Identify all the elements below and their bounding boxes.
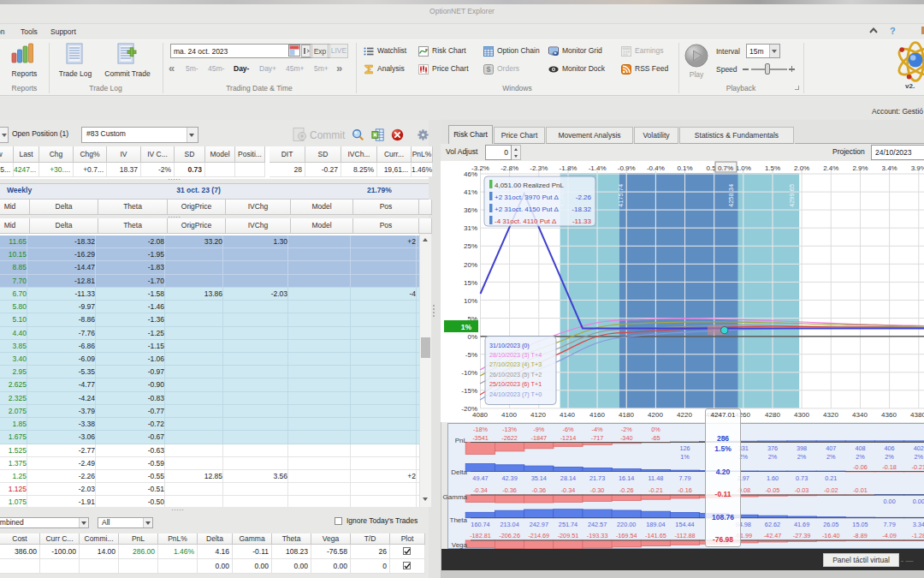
svg-text:-15%: -15% xyxy=(461,387,477,395)
svg-text:-0.36: -0.36 xyxy=(502,486,517,494)
svg-text:-18%: -18% xyxy=(473,426,489,433)
svg-text:-0.34: -0.34 xyxy=(473,486,488,494)
svg-text:-0.21: -0.21 xyxy=(649,486,663,494)
svg-text:62.62: 62.62 xyxy=(765,521,780,528)
svg-text:-0.30: -0.30 xyxy=(590,486,605,494)
svg-text:-1.8%: -1.8% xyxy=(560,164,578,172)
svg-text:$: $ xyxy=(486,65,490,74)
svg-text:25%: 25% xyxy=(464,242,477,250)
svg-text:-5%: -5% xyxy=(465,351,477,359)
svg-text:46%: 46% xyxy=(464,170,477,178)
svg-text:220.00: 220.00 xyxy=(617,521,636,528)
svg-text:-0.26: -0.26 xyxy=(619,486,634,494)
svg-text:-2622: -2622 xyxy=(501,434,518,442)
svg-text:2%: 2% xyxy=(768,453,778,461)
svg-text:-4.09: -4.09 xyxy=(882,532,897,539)
svg-text:0.7%: 0.7% xyxy=(718,164,733,172)
svg-text:1.0%: 1.0% xyxy=(736,164,751,172)
svg-text:35.14: 35.14 xyxy=(531,474,547,482)
svg-text:7.79: 7.79 xyxy=(883,521,895,528)
svg-text:3.34: 3.34 xyxy=(913,521,924,528)
svg-text:1%: 1% xyxy=(680,453,690,461)
svg-text:242.57: 242.57 xyxy=(588,521,607,528)
svg-text:-1214: -1214 xyxy=(560,434,577,442)
svg-text:20%: 20% xyxy=(464,261,477,269)
svg-text:-112.88: -112.88 xyxy=(674,532,695,539)
svg-text:+2 31oct. 3970 Put Δ: +2 31oct. 3970 Put Δ xyxy=(495,194,560,201)
svg-text:407: 407 xyxy=(826,444,836,452)
svg-text:-3541: -3541 xyxy=(472,434,489,442)
svg-text:160.74: 160.74 xyxy=(471,521,489,528)
svg-text:26/10/2023 (5) T+2: 26/10/2023 (5) T+2 xyxy=(489,371,542,378)
svg-text:1%: 1% xyxy=(461,323,472,331)
svg-text:0.00: 0.00 xyxy=(913,498,924,505)
svg-text:402: 402 xyxy=(914,444,924,452)
svg-text:154.44: 154.44 xyxy=(675,521,694,528)
svg-text:-16.40: -16.40 xyxy=(822,532,840,539)
svg-text:0%: 0% xyxy=(467,333,477,341)
svg-text:41.69: 41.69 xyxy=(794,521,809,528)
svg-text:26.05: 26.05 xyxy=(823,521,838,528)
svg-text:-340: -340 xyxy=(620,434,633,442)
svg-text:-9%: -9% xyxy=(533,426,544,433)
svg-text:-0.02: -0.02 xyxy=(824,486,838,494)
svg-text:16.14: 16.14 xyxy=(619,474,634,482)
svg-text:4175.74: 4175.74 xyxy=(617,184,625,207)
svg-text:7.79: 7.79 xyxy=(678,474,690,482)
svg-text:251.74: 251.74 xyxy=(559,521,578,528)
svg-text:42.39: 42.39 xyxy=(501,474,517,482)
svg-text:2%: 2% xyxy=(797,453,807,461)
svg-text:27/10/2023 (4) T+3: 27/10/2023 (4) T+3 xyxy=(489,361,542,368)
svg-text:2.9%: 2.9% xyxy=(852,164,868,172)
svg-text:0.21: 0.21 xyxy=(825,474,837,482)
svg-text:15.05: 15.05 xyxy=(852,521,868,528)
svg-text:189.04: 189.04 xyxy=(646,521,665,528)
svg-text:0.1%: 0.1% xyxy=(677,164,692,172)
svg-text:+2 31oct. 4150 Put Δ: +2 31oct. 4150 Put Δ xyxy=(495,206,560,213)
svg-text:408: 408 xyxy=(855,444,865,452)
svg-text:-0.16: -0.16 xyxy=(678,486,692,494)
svg-text:-0.18: -0.18 xyxy=(882,463,897,471)
svg-text:-0.4%: -0.4% xyxy=(647,164,665,172)
svg-text:126: 126 xyxy=(679,444,690,452)
svg-text:41%: 41% xyxy=(464,188,477,196)
svg-text:15%: 15% xyxy=(464,279,477,287)
svg-text:31/10/2023 (0): 31/10/2023 (0) xyxy=(489,342,530,349)
svg-text:2%: 2% xyxy=(856,453,865,461)
svg-text:4,051.00 Realized PnL: 4,051.00 Realized PnL xyxy=(495,182,565,189)
svg-text:4258.34: 4258.34 xyxy=(727,184,735,207)
svg-text:-65: -65 xyxy=(651,434,660,442)
svg-text:11.48: 11.48 xyxy=(649,474,664,482)
svg-text:-206.26: -206.26 xyxy=(499,532,520,539)
svg-text:0.73: 0.73 xyxy=(796,474,808,482)
svg-text:-8.89: -8.89 xyxy=(853,532,868,539)
svg-text:36%: 36% xyxy=(464,206,477,214)
svg-text:-2.8%: -2.8% xyxy=(500,164,518,172)
svg-text:376: 376 xyxy=(767,444,778,452)
svg-text:-2%: -2% xyxy=(621,426,632,433)
svg-text:-42.47: -42.47 xyxy=(764,532,782,539)
svg-text:2%: 2% xyxy=(826,453,836,461)
svg-text:-10%: -10% xyxy=(461,369,477,377)
svg-text:-209.51: -209.51 xyxy=(558,532,579,539)
svg-text:31%: 31% xyxy=(464,224,477,232)
svg-text:-193.33: -193.33 xyxy=(587,532,608,539)
svg-text:0.00: 0.00 xyxy=(883,498,895,505)
svg-text:-0.21: -0.21 xyxy=(911,463,924,471)
svg-text:213.04: 213.04 xyxy=(500,521,518,528)
svg-text:-0.34: -0.34 xyxy=(561,486,576,494)
svg-text:398: 398 xyxy=(797,444,807,452)
svg-text:-27.39: -27.39 xyxy=(793,532,811,539)
svg-text:-182.81: -182.81 xyxy=(470,532,491,539)
svg-text:-0.05: -0.05 xyxy=(766,486,780,494)
svg-text:3.9%: 3.9% xyxy=(911,164,924,172)
svg-text:1.5%: 1.5% xyxy=(765,164,780,172)
svg-text:-0.9%: -0.9% xyxy=(618,164,636,172)
svg-text:-2.26: -2.26 xyxy=(576,194,592,201)
svg-text:-6%: -6% xyxy=(563,426,574,433)
svg-text:2.4%: 2.4% xyxy=(823,164,838,172)
svg-text:-4%: -4% xyxy=(592,426,603,433)
svg-text:2.0%: 2.0% xyxy=(794,164,809,172)
svg-text:-1847: -1847 xyxy=(530,434,547,442)
svg-text:10%: 10% xyxy=(464,297,477,305)
